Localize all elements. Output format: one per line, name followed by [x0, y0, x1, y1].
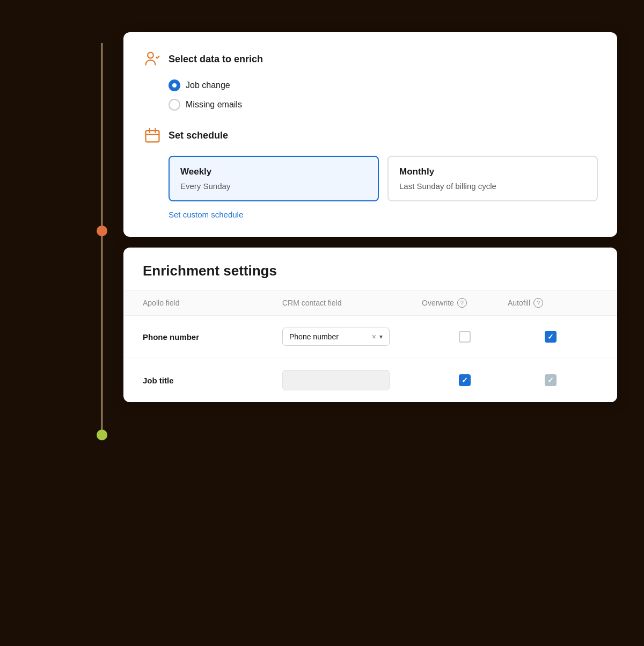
custom-schedule-link[interactable]: Set custom schedule — [169, 210, 243, 219]
calendar-icon — [143, 126, 162, 145]
schedule-card-weekly[interactable]: Weekly Every Sunday — [169, 156, 379, 201]
crm-dropdown-phone-arrow[interactable]: ▾ — [379, 333, 383, 340]
table-row-phone: Phone number Phone number × ▾ — [123, 316, 617, 358]
schedule-monthly-title: Monthly — [399, 166, 586, 177]
overwrite-info-icon[interactable]: ? — [457, 298, 467, 308]
radio-circle-missing-emails[interactable] — [169, 99, 180, 111]
overwrite-phone-checkbox[interactable] — [459, 331, 471, 343]
schedule-options: Weekly Every Sunday Monthly Last Sunday … — [169, 156, 598, 201]
autofill-jobtitle-checkbox[interactable] — [545, 374, 557, 386]
col-crm-contact-field: CRM contact field — [282, 298, 422, 308]
autofill-phone-container — [508, 331, 594, 343]
field-name-phone: Phone number — [143, 332, 282, 342]
svg-point-0 — [148, 53, 153, 59]
schedule-title: Set schedule — [169, 130, 228, 141]
crm-dropdown-jobtitle-empty[interactable] — [282, 370, 390, 390]
schedule-weekly-subtitle: Every Sunday — [180, 182, 367, 191]
schedule-monthly-subtitle: Last Sunday of billing cycle — [399, 182, 586, 191]
timeline — [91, 32, 113, 440]
autofill-info-icon[interactable]: ? — [533, 298, 543, 308]
overwrite-phone-container — [422, 331, 508, 343]
crm-field-jobtitle — [282, 370, 422, 390]
overwrite-jobtitle-container — [422, 374, 508, 386]
schedule-section: Set schedule Weekly Every Sunday Monthly… — [143, 126, 598, 220]
autofill-jobtitle-container — [508, 374, 594, 386]
enrichment-card: Enrichment settings Apollo field CRM con… — [123, 248, 617, 402]
table-header: Apollo field CRM contact field Overwrite… — [123, 291, 617, 316]
crm-dropdown-phone-close[interactable]: × — [372, 332, 376, 341]
radio-label-job-change: Job change — [186, 81, 230, 90]
timeline-dot-green — [97, 430, 107, 440]
select-data-card: Select data to enrich Job change Missing… — [123, 32, 617, 237]
enrichment-settings-title: Enrichment settings — [123, 248, 617, 291]
radio-job-change[interactable]: Job change — [169, 79, 598, 91]
schedule-header: Set schedule — [143, 126, 598, 145]
schedule-weekly-title: Weekly — [180, 166, 367, 177]
main-content: Select data to enrich Job change Missing… — [123, 32, 617, 402]
schedule-card-monthly[interactable]: Monthly Last Sunday of billing cycle — [387, 156, 598, 201]
select-data-header: Select data to enrich — [143, 49, 598, 69]
col-apollo-field: Apollo field — [143, 298, 282, 308]
select-data-title: Select data to enrich — [169, 54, 263, 65]
radio-missing-emails[interactable]: Missing emails — [169, 99, 598, 111]
autofill-phone-checkbox[interactable] — [545, 331, 557, 343]
field-name-jobtitle: Job title — [143, 376, 282, 385]
table-row-jobtitle: Job title — [123, 358, 617, 402]
timeline-dot-orange — [97, 226, 107, 236]
crm-dropdown-phone-text: Phone number — [289, 332, 369, 341]
radio-label-missing-emails: Missing emails — [186, 100, 242, 110]
col-autofill: Autofill ? — [508, 298, 594, 308]
page-wrapper: Select data to enrich Job change Missing… — [91, 32, 617, 440]
crm-dropdown-phone[interactable]: Phone number × ▾ — [282, 328, 390, 346]
timeline-line — [101, 43, 103, 440]
crm-field-phone: Phone number × ▾ — [282, 328, 422, 346]
svg-rect-1 — [146, 130, 159, 142]
overwrite-jobtitle-checkbox[interactable] — [459, 374, 471, 386]
person-enrich-icon — [143, 49, 162, 69]
col-overwrite: Overwrite ? — [422, 298, 508, 308]
radio-group: Job change Missing emails — [169, 79, 598, 111]
radio-circle-job-change[interactable] — [169, 79, 180, 91]
